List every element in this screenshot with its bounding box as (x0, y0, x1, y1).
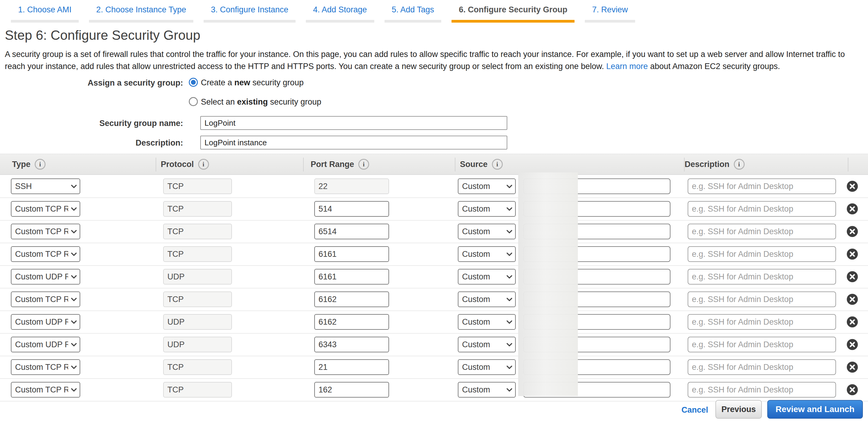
source-type-select[interactable]: Custom (458, 314, 516, 330)
rule-type-select[interactable]: SSH (11, 178, 80, 194)
rule-description-input[interactable] (688, 269, 836, 285)
type-select-wrap: Custom UDP Rule (11, 314, 80, 330)
source-type-select[interactable]: Custom (458, 269, 516, 285)
protocol-input (163, 178, 232, 194)
port-range-input[interactable] (314, 337, 389, 352)
port-range-input[interactable] (314, 269, 389, 285)
delete-x-icon (846, 361, 858, 373)
tab-add-storage[interactable]: 4. Add Storage (306, 4, 374, 23)
source-type-select[interactable]: Custom (458, 224, 516, 239)
rule-type-select[interactable]: Custom TCP Rule (11, 291, 80, 307)
tab-underline (585, 20, 635, 23)
source-select-wrap: Custom (458, 359, 516, 375)
rule-type-select[interactable]: Custom UDP Rule (11, 269, 80, 285)
source-select-wrap: Custom (458, 178, 516, 194)
source-type-select[interactable]: Custom (458, 201, 516, 217)
port-range-input[interactable] (314, 246, 389, 262)
port-range-input[interactable] (314, 201, 389, 217)
security-group-name-label: Security group name: (0, 119, 183, 128)
learn-more-link[interactable]: Learn more (606, 62, 648, 71)
cancel-link[interactable]: Cancel (681, 405, 708, 415)
delete-rule-button[interactable] (846, 361, 858, 373)
type-select-wrap: Custom TCP Rule (11, 246, 80, 262)
security-group-description-input[interactable] (200, 136, 507, 150)
tab-configure-security-group[interactable]: 6. Configure Security Group (452, 4, 575, 23)
tab-label: 3. Configure Instance (204, 4, 296, 16)
info-icon[interactable]: i (198, 159, 209, 170)
column-separator (455, 158, 456, 171)
rule-type-select[interactable]: Custom TCP Rule (11, 246, 80, 262)
port-range-input[interactable] (314, 382, 389, 398)
column-separator (848, 158, 848, 171)
tab-choose-instance-type[interactable]: 2. Choose Instance Type (89, 4, 193, 23)
delete-rule-button[interactable] (846, 293, 858, 305)
review-and-launch-button[interactable]: Review and Launch (767, 400, 863, 419)
rule-type-select[interactable]: Custom TCP Rule (11, 382, 80, 398)
source-type-select[interactable]: Custom (458, 382, 516, 398)
type-select-wrap: Custom TCP Rule (11, 291, 80, 307)
column-separator (303, 158, 304, 171)
type-select-wrap: Custom UDP Rule (11, 337, 80, 352)
delete-rule-button[interactable] (846, 271, 858, 283)
tab-add-tags[interactable]: 5. Add Tags (384, 4, 441, 23)
delete-rule-button[interactable] (846, 316, 858, 328)
protocol-input (163, 224, 232, 239)
source-type-select[interactable]: Custom (458, 246, 516, 262)
tab-choose-ami[interactable]: 1. Choose AMI (11, 4, 79, 23)
column-separator (156, 158, 156, 171)
rule-description-input[interactable] (688, 337, 836, 352)
radio-create-new-label: Create a new security group (201, 78, 304, 88)
delete-rule-button[interactable] (846, 384, 858, 396)
source-type-select[interactable]: Custom (458, 359, 516, 375)
delete-rule-button[interactable] (846, 203, 858, 215)
rule-description-input[interactable] (688, 201, 836, 217)
security-rule-row: Custom TCP Rule Custom (0, 379, 868, 401)
wizard-step-tabs: 1. Choose AMI 2. Choose Instance Type 3.… (11, 4, 645, 23)
port-range-input[interactable] (314, 314, 389, 330)
rule-description-input[interactable] (688, 291, 836, 307)
column-separator (684, 158, 685, 171)
port-range-input[interactable] (314, 291, 389, 307)
rule-description-input[interactable] (688, 246, 836, 262)
protocol-input (163, 269, 232, 285)
radio-select-existing-security-group[interactable] (189, 97, 198, 106)
rule-type-select[interactable]: Custom UDP Rule (11, 337, 80, 352)
info-icon[interactable]: i (734, 159, 745, 170)
tab-configure-instance[interactable]: 3. Configure Instance (204, 4, 296, 23)
source-type-select[interactable]: Custom (458, 337, 516, 352)
protocol-input (163, 337, 232, 352)
delete-rule-button[interactable] (846, 225, 858, 237)
delete-x-icon (846, 293, 858, 305)
rule-type-select[interactable]: Custom UDP Rule (11, 314, 80, 330)
column-header-source: Sourcei (460, 154, 503, 174)
info-icon[interactable]: i (35, 159, 45, 170)
rule-description-input[interactable] (688, 359, 836, 375)
port-range-input[interactable] (314, 224, 389, 239)
delete-rule-button[interactable] (846, 248, 858, 260)
rule-type-select[interactable]: Custom TCP Rule (11, 201, 80, 217)
protocol-input (163, 359, 232, 375)
tab-label: 6. Configure Security Group (452, 4, 575, 16)
rule-description-input[interactable] (688, 314, 836, 330)
delete-rule-button[interactable] (846, 338, 858, 351)
delete-rule-button[interactable] (846, 180, 858, 192)
security-group-name-input[interactable] (200, 116, 507, 130)
tab-review[interactable]: 7. Review (585, 4, 635, 23)
rule-description-input[interactable] (688, 178, 836, 194)
source-select-wrap: Custom (458, 337, 516, 352)
rule-description-input[interactable] (688, 224, 836, 239)
assign-security-group-label: Assign a security group: (0, 78, 183, 88)
port-range-input[interactable] (314, 359, 389, 375)
rule-type-select[interactable]: Custom TCP Rule (11, 224, 80, 239)
source-type-select[interactable]: Custom (458, 291, 516, 307)
info-icon[interactable]: i (358, 159, 369, 170)
security-rule-row: Custom TCP Rule Custom (0, 198, 868, 221)
source-type-select[interactable]: Custom (458, 178, 516, 194)
delete-x-icon (846, 316, 858, 328)
rule-type-select[interactable]: Custom TCP Rule (11, 359, 80, 375)
previous-button[interactable]: Previous (715, 400, 762, 419)
rule-description-input[interactable] (688, 382, 836, 398)
info-icon[interactable]: i (492, 159, 503, 170)
radio-create-new-security-group[interactable] (189, 78, 198, 87)
protocol-input (163, 382, 232, 398)
